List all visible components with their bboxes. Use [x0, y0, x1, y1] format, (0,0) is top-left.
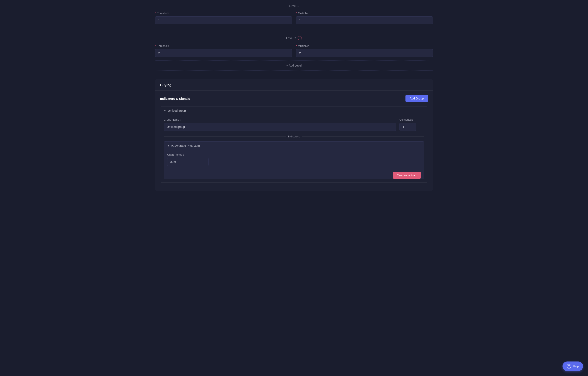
level-1-title: Level 1	[289, 4, 299, 8]
level-2-divider-left	[155, 38, 284, 38]
indicators-section-label: Indicators	[164, 135, 424, 138]
level-1-threshold-input[interactable]	[155, 16, 292, 24]
level-1-header: Level 1	[155, 4, 433, 8]
consensus-label: Consensus :	[399, 118, 424, 121]
indicator-item: ▼ #1 Average Price 30m Chart Period : 30…	[164, 141, 424, 179]
level-2-multiplier-label: *Multiplier :	[296, 44, 433, 47]
level-2-header: Level 2 −	[155, 36, 433, 40]
add-group-button[interactable]: Add Group	[405, 95, 428, 102]
level-2-remove-button[interactable]: −	[298, 36, 302, 40]
level-1-multiplier-required: *	[296, 12, 297, 15]
level-1-divider-right	[301, 6, 433, 6]
help-button[interactable]: ? Help	[563, 362, 583, 371]
level-1-fields: *Threshold : *Multiplier :	[155, 12, 433, 24]
group-name-label: Group Name :	[164, 118, 396, 121]
level-2-threshold-input[interactable]	[155, 49, 292, 57]
level-2-multiplier-required: *	[296, 44, 297, 47]
level-2-section: Level 2 − *Threshold : *Multiplier : + A…	[155, 32, 433, 75]
buying-title: Buying	[155, 83, 433, 91]
level-2-title: Level 2	[286, 36, 296, 40]
remove-indicator-button[interactable]: Remove Indica...	[393, 172, 421, 179]
level-2-multiplier-input[interactable]	[296, 49, 433, 57]
group-name-field: Group Name :	[164, 118, 396, 131]
group-header-title: Untitled group	[168, 109, 186, 112]
chart-period-label: Chart Period :	[167, 153, 209, 156]
indicator-item-body: Chart Period : 30m 1m 5m 15m 1h 4h 1d	[164, 150, 424, 172]
indicator-item-title: #1 Average Price 30m	[171, 144, 200, 147]
help-icon: ?	[567, 364, 571, 368]
chart-period-select[interactable]: 30m 1m 5m 15m 1h 4h 1d	[167, 158, 209, 166]
level-1-section: Level 1 *Threshold : *Multiplier :	[155, 0, 433, 32]
indicator-chevron-icon: ▼	[167, 144, 170, 147]
level-1-threshold-label: *Threshold :	[155, 12, 292, 15]
indicators-signals-container: Indicators & Signals Add Group ▼ Untitle…	[155, 91, 433, 187]
level-1-multiplier-label: *Multiplier :	[296, 12, 433, 15]
indicators-signals-title: Indicators & Signals	[160, 97, 190, 100]
consensus-field: Consensus :	[399, 118, 424, 131]
group-fields-row: Group Name : Consensus :	[164, 118, 424, 131]
consensus-input[interactable]	[399, 123, 416, 131]
level-2-fields: *Threshold : *Multiplier :	[155, 44, 433, 57]
level-2-divider-right	[304, 38, 433, 38]
group-chevron-icon: ▼	[164, 109, 166, 112]
level-1-divider-left	[155, 6, 287, 6]
level-1-threshold-required: *	[155, 12, 156, 15]
chart-period-group: Chart Period : 30m 1m 5m 15m 1h 4h 1d	[167, 153, 209, 166]
level-1-threshold-group: *Threshold :	[155, 12, 292, 24]
level-1-multiplier-group: *Multiplier :	[296, 12, 433, 24]
level-2-threshold-label: *Threshold :	[155, 44, 292, 47]
level-2-threshold-required: *	[155, 44, 156, 47]
group-card: ▼ Untitled group Group Name : Consensus …	[160, 106, 428, 183]
group-name-input[interactable]	[164, 123, 396, 131]
group-header[interactable]: ▼ Untitled group	[160, 107, 428, 115]
help-label: Help	[573, 365, 579, 368]
add-level-button[interactable]: + Add Level	[155, 60, 433, 71]
level-2-multiplier-group: *Multiplier :	[296, 44, 433, 57]
add-level-label: + Add Level	[286, 64, 302, 67]
indicator-item-header[interactable]: ▼ #1 Average Price 30m	[164, 141, 424, 150]
group-body: Group Name : Consensus : Indicators	[160, 115, 428, 183]
indicators-signals-header: Indicators & Signals Add Group	[160, 95, 428, 102]
level-1-multiplier-input[interactable]	[296, 16, 433, 24]
buying-section: Buying Indicators & Signals Add Group ▼ …	[155, 79, 433, 191]
level-2-threshold-group: *Threshold :	[155, 44, 292, 57]
